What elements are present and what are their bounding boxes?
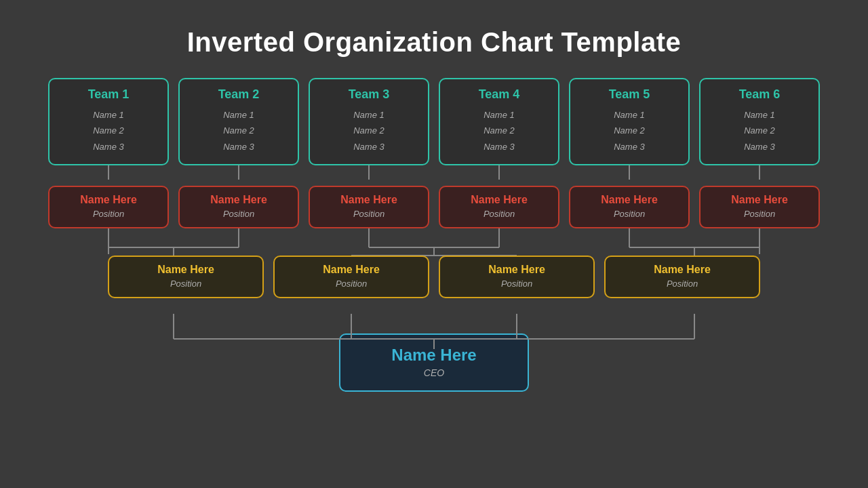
team-box-2: Team 2 Name 1 Name 2 Name 3 [178, 78, 299, 165]
level3-name-3: Name Here [447, 264, 587, 276]
level2-box-5: Name Here Position [569, 186, 690, 228]
level2-name-1: Name Here [56, 194, 161, 206]
level3-name-2: Name Here [281, 264, 421, 276]
connector-space-2 [27, 228, 841, 256]
connector-space-1 [27, 165, 841, 186]
team1-member3: Name 3 [56, 139, 161, 155]
team-row: Team 1 Name 1 Name 2 Name 3 Team 2 Name … [27, 78, 841, 165]
team1-name: Team 1 [56, 87, 161, 102]
level3-box-4: Name Here Position [604, 256, 760, 298]
level2-name-5: Name Here [577, 194, 682, 206]
team6-member1: Name 1 [707, 107, 812, 123]
team5-member3: Name 3 [577, 139, 682, 155]
team3-member2: Name 2 [317, 123, 421, 138]
team5-member2: Name 2 [577, 123, 682, 138]
level3-pos-4: Position [612, 279, 752, 289]
level2-name-6: Name Here [707, 194, 812, 206]
team3-member3: Name 3 [317, 139, 421, 155]
team6-member2: Name 2 [707, 123, 812, 138]
team-box-3: Team 3 Name 1 Name 2 Name 3 [309, 78, 429, 165]
level3-row: Name Here Position Name Here Position Na… [27, 256, 841, 298]
level2-name-4: Name Here [447, 194, 551, 206]
team6-member3: Name 3 [707, 139, 812, 155]
level2-pos-5: Position [577, 209, 682, 219]
level2-box-2: Name Here Position [178, 186, 299, 228]
level3-name-1: Name Here [116, 264, 256, 276]
level2-name-2: Name Here [186, 194, 291, 206]
team2-name: Team 2 [186, 87, 291, 102]
level2-box-1: Name Here Position [48, 186, 169, 228]
ceo-name: Name Here [354, 346, 514, 365]
page-title: Inverted Organization Chart Template [187, 27, 682, 58]
level3-pos-3: Position [447, 279, 587, 289]
team5-name: Team 5 [577, 87, 682, 102]
level3-pos-1: Position [116, 279, 256, 289]
chart-container: Team 1 Name 1 Name 2 Name 3 Team 2 Name … [0, 78, 868, 392]
level2-pos-1: Position [56, 209, 161, 219]
level2-box-4: Name Here Position [439, 186, 559, 228]
team5-member1: Name 1 [577, 107, 682, 123]
level2-box-3: Name Here Position [309, 186, 429, 228]
team2-member2: Name 2 [186, 123, 291, 138]
team6-name: Team 6 [707, 87, 812, 102]
team1-member1: Name 1 [56, 107, 161, 123]
ceo-box: Name Here CEO [339, 333, 529, 392]
team4-name: Team 4 [447, 87, 551, 102]
team3-name: Team 3 [317, 87, 421, 102]
ceo-position: CEO [354, 367, 514, 378]
team4-member2: Name 2 [447, 123, 551, 138]
connector-space-3 [27, 298, 841, 333]
team2-member3: Name 3 [186, 139, 291, 155]
level2-box-6: Name Here Position [699, 186, 820, 228]
team-box-5: Team 5 Name 1 Name 2 Name 3 [569, 78, 690, 165]
team-box-6: Team 6 Name 1 Name 2 Name 3 [699, 78, 820, 165]
level3-box-3: Name Here Position [439, 256, 595, 298]
level2-pos-4: Position [447, 209, 551, 219]
team3-member1: Name 1 [317, 107, 421, 123]
team-box-1: Team 1 Name 1 Name 2 Name 3 [48, 78, 169, 165]
level3-box-2: Name Here Position [273, 256, 429, 298]
level2-pos-3: Position [317, 209, 421, 219]
level3-name-4: Name Here [612, 264, 752, 276]
team4-member1: Name 1 [447, 107, 551, 123]
level3-box-1: Name Here Position [108, 256, 264, 298]
team4-member3: Name 3 [447, 139, 551, 155]
level3-pos-2: Position [281, 279, 421, 289]
level2-pos-6: Position [707, 209, 812, 219]
level2-row: Name Here Position Name Here Position Na… [27, 186, 841, 228]
team1-member2: Name 2 [56, 123, 161, 138]
team2-member1: Name 1 [186, 107, 291, 123]
team-box-4: Team 4 Name 1 Name 2 Name 3 [439, 78, 559, 165]
level2-pos-2: Position [186, 209, 291, 219]
level2-name-3: Name Here [317, 194, 421, 206]
